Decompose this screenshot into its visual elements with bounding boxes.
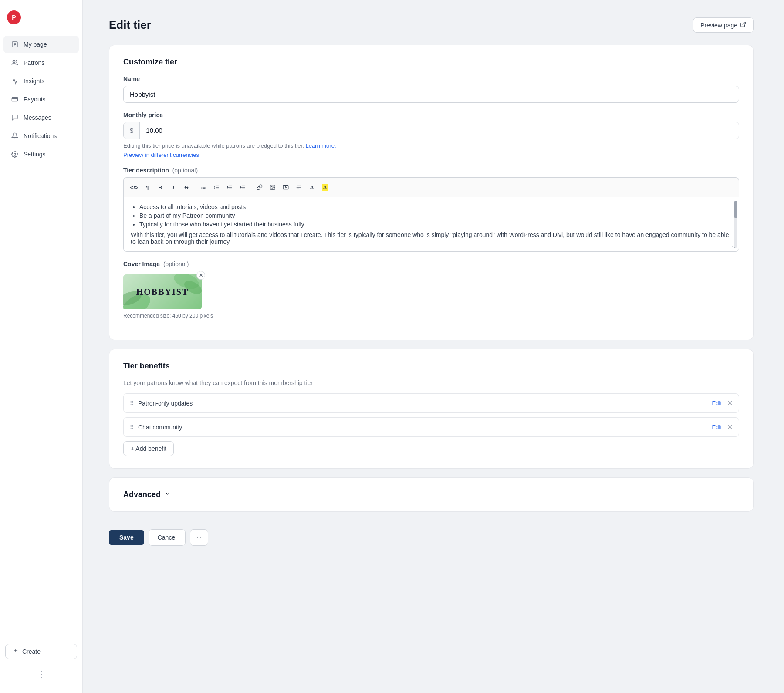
- resize-handle[interactable]: ⤡: [732, 244, 737, 250]
- main-content: Edit tier Preview page Customize tier Na…: [83, 0, 780, 693]
- sidebar-item-settings[interactable]: Settings: [3, 145, 79, 163]
- cover-image-remove-button[interactable]: ✕: [196, 271, 205, 280]
- chevron-down-icon: [164, 490, 171, 499]
- cover-image-label: Cover Image (optional): [123, 260, 739, 267]
- sidebar: P My page Patrons Insights Payouts: [0, 0, 83, 693]
- messages-icon: [10, 113, 19, 122]
- cover-image: HOBBYIST: [123, 274, 202, 309]
- sidebar-item-my-page[interactable]: My page: [3, 36, 79, 53]
- advanced-card: Advanced: [109, 477, 754, 512]
- drag-handle-0[interactable]: ⠿: [130, 400, 134, 406]
- svg-rect-8: [201, 186, 202, 186]
- advanced-header[interactable]: Advanced: [123, 490, 739, 499]
- svg-line-7: [743, 22, 745, 25]
- footer-actions: Save Cancel ···: [109, 521, 754, 554]
- benefits-section-title: Tier benefits: [123, 362, 739, 371]
- description-field-section: Tier description (optional) </> ¶ B I S: [123, 167, 739, 252]
- payouts-icon: [10, 95, 19, 104]
- price-info-text: Editing this tier price is unavailable w…: [123, 142, 739, 149]
- price-input[interactable]: [140, 122, 739, 139]
- cover-image-text: HOBBYIST: [136, 287, 189, 297]
- currency-symbol: $: [124, 122, 140, 139]
- sidebar-item-insights[interactable]: Insights: [3, 72, 79, 90]
- sidebar-item-notifications[interactable]: Notifications: [3, 127, 79, 145]
- svg-rect-10: [201, 187, 202, 187]
- sidebar-item-label: Messages: [24, 114, 51, 121]
- patreon-logo: P: [7, 10, 21, 24]
- sidebar-item-label: My page: [24, 41, 47, 48]
- cover-image-container: HOBBYIST ✕: [123, 274, 202, 309]
- svg-point-4: [14, 153, 16, 155]
- add-benefit-label: + Add benefit: [131, 445, 166, 452]
- svg-rect-11: [203, 187, 206, 187]
- toolbar-bold-btn[interactable]: B: [154, 181, 166, 193]
- sidebar-nav: My page Patrons Insights Payouts Message…: [0, 35, 82, 640]
- benefit-item-1: ⠿ Chat community Edit ✕: [123, 417, 739, 437]
- add-benefit-button[interactable]: + Add benefit: [123, 441, 174, 456]
- toolbar-strikethrough-btn[interactable]: S: [180, 181, 193, 193]
- tier-benefits-card: Tier benefits Let your patrons know what…: [109, 349, 754, 469]
- cover-image-field-section: Cover Image (optional) HOBBYIST ✕ Recomm…: [123, 260, 739, 319]
- create-button[interactable]: Create: [5, 644, 77, 659]
- tier-name-input[interactable]: [123, 86, 739, 103]
- benefit-remove-0[interactable]: ✕: [727, 399, 733, 407]
- toolbar-separator-1: [195, 183, 195, 191]
- drag-handle-1[interactable]: ⠿: [130, 424, 134, 430]
- patrons-icon: [10, 58, 19, 67]
- name-label: Name: [123, 75, 739, 82]
- sidebar-item-label: Notifications: [24, 132, 57, 139]
- sidebar-item-label: Settings: [24, 151, 46, 158]
- svg-point-24: [271, 186, 272, 187]
- learn-more-link[interactable]: Learn more.: [305, 142, 336, 149]
- sidebar-more-dots[interactable]: ⋮: [0, 663, 82, 686]
- svg-marker-26: [285, 186, 287, 188]
- preview-currencies-link[interactable]: Preview in different currencies: [123, 152, 739, 158]
- toolbar-italic-btn[interactable]: I: [167, 181, 179, 193]
- toolbar-link-btn[interactable]: [253, 181, 266, 193]
- sidebar-item-payouts[interactable]: Payouts: [3, 91, 79, 108]
- editor-body[interactable]: Access to all tutorials, videos and post…: [123, 197, 739, 252]
- preview-page-button[interactable]: Preview page: [693, 17, 754, 33]
- benefit-actions-0: Edit ✕: [712, 399, 733, 407]
- benefit-edit-0[interactable]: Edit: [712, 400, 722, 406]
- toolbar-ordered-list-btn[interactable]: [210, 181, 223, 193]
- svg-rect-12: [201, 188, 202, 189]
- sidebar-item-patrons[interactable]: Patrons: [3, 54, 79, 71]
- benefit-remove-1[interactable]: ✕: [727, 423, 733, 431]
- benefit-label-1: Chat community: [138, 424, 712, 431]
- external-link-icon: [740, 21, 746, 29]
- toolbar-align-btn[interactable]: [293, 181, 305, 193]
- save-button[interactable]: Save: [109, 530, 144, 545]
- toolbar-unordered-list-btn[interactable]: [197, 181, 210, 193]
- cancel-button[interactable]: Cancel: [149, 529, 186, 546]
- toolbar-indent-btn[interactable]: [223, 181, 236, 193]
- preview-button-label: Preview page: [700, 22, 737, 29]
- insights-icon: [10, 77, 19, 85]
- benefit-item-0: ⠿ Patron-only updates Edit ✕: [123, 393, 739, 413]
- svg-rect-2: [12, 97, 17, 101]
- sidebar-item-label: Payouts: [24, 96, 46, 103]
- editor-scrollbar: [734, 201, 737, 248]
- toolbar-text-highlight-btn[interactable]: A: [319, 181, 331, 193]
- description-bullet-1: Access to all tutorials, videos and post…: [139, 203, 732, 210]
- sidebar-item-messages[interactable]: Messages: [3, 109, 79, 126]
- toolbar-separator-2: [251, 183, 251, 191]
- toolbar-outdent-btn[interactable]: [237, 181, 249, 193]
- toolbar-text-color-btn[interactable]: A: [306, 181, 318, 193]
- sidebar-item-label: Patrons: [24, 59, 44, 66]
- toolbar-image-btn[interactable]: [267, 181, 279, 193]
- toolbar-code-btn[interactable]: </>: [128, 181, 140, 193]
- benefits-subtitle: Let your patrons know what they can expe…: [123, 379, 739, 386]
- toolbar-paragraph-btn[interactable]: ¶: [141, 181, 153, 193]
- toolbar-video-btn[interactable]: [280, 181, 292, 193]
- notifications-icon: [10, 132, 19, 140]
- more-options-button[interactable]: ···: [190, 529, 208, 546]
- description-bullet-2: Be a part of my Patreon community: [139, 212, 732, 219]
- svg-point-1: [13, 60, 15, 62]
- customize-tier-card: Customize tier Name Monthly price $ Edit…: [109, 45, 754, 340]
- benefit-edit-1[interactable]: Edit: [712, 424, 722, 430]
- settings-icon: [10, 150, 19, 159]
- recommended-size-text: Recommended size: 460 by 200 pixels: [123, 313, 739, 319]
- svg-rect-13: [203, 188, 206, 189]
- svg-rect-25: [283, 185, 288, 189]
